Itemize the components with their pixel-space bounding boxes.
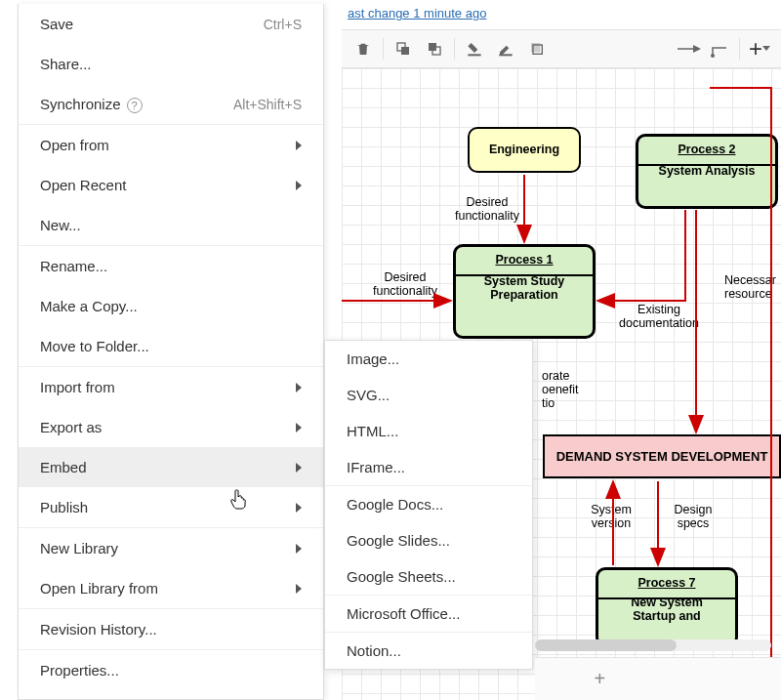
autosave-link[interactable]: ast change 1 minute ago <box>348 6 486 21</box>
embed-image[interactable]: Image... <box>325 341 532 377</box>
menu-revision[interactable]: Revision History... <box>19 609 323 649</box>
chevron-right-icon <box>296 181 302 190</box>
add-page-button[interactable]: + <box>576 662 623 696</box>
scroll-thumb[interactable] <box>535 639 677 651</box>
menu-shortcut: Alt+Shift+S <box>233 97 302 112</box>
node-body: New System Startup and <box>598 590 735 623</box>
menu-label: Export as <box>40 419 296 435</box>
page-tab-active[interactable] <box>545 665 576 694</box>
menu-new[interactable]: New... <box>19 205 323 245</box>
chevron-right-icon <box>296 544 302 554</box>
embed-gslides[interactable]: Google Slides... <box>325 522 532 558</box>
menu-label: New Library <box>40 540 296 556</box>
menu-copy[interactable]: Make a Copy... <box>19 286 323 326</box>
svg-marker-9 <box>693 45 701 53</box>
menu-label: Open from <box>40 137 296 153</box>
status-bar: ast change 1 minute ago <box>342 0 781 29</box>
chevron-right-icon <box>296 503 302 513</box>
node-label: Engineering <box>489 143 559 156</box>
node-process1[interactable]: Process 1 System Study Preparation <box>453 244 596 339</box>
node-body: System Analysis <box>638 156 775 178</box>
waypoints-icon[interactable] <box>704 33 735 64</box>
fill-color-icon[interactable] <box>459 33 490 64</box>
node-demand[interactable]: DEMAND SYSTEM DEVELOPMENT <box>543 434 781 478</box>
node-body: System Study Preparation <box>456 267 593 302</box>
menu-share[interactable]: Share... <box>19 44 323 84</box>
insert-icon[interactable]: + <box>744 33 775 64</box>
menu-open-from[interactable]: Open from <box>19 125 323 165</box>
svg-rect-4 <box>468 54 480 56</box>
edge-label: System version <box>582 503 640 530</box>
embed-iframe[interactable]: IFrame... <box>325 449 532 485</box>
embed-gdocs[interactable]: Google Docs... <box>325 486 532 522</box>
embed-svg[interactable]: SVG... <box>325 377 532 413</box>
horiz-scrollbar[interactable] <box>535 639 771 651</box>
embed-notion[interactable]: Notion... <box>325 633 532 669</box>
menu-label: Save <box>40 16 264 32</box>
edge-label: Desired functionality <box>443 195 531 223</box>
edge-label: orate oenefit tio <box>542 369 591 410</box>
menu-rename[interactable]: Rename... <box>19 246 323 286</box>
menu-export-as[interactable]: Export as <box>19 407 323 447</box>
svg-marker-11 <box>762 46 770 51</box>
embed-office[interactable]: Microsoft Office... <box>325 596 532 632</box>
menu-new-library[interactable]: New Library <box>19 528 323 568</box>
menu-label: Embed <box>40 459 296 475</box>
svg-rect-1 <box>401 47 409 55</box>
embed-gsheets[interactable]: Google Sheets... <box>325 558 532 595</box>
chevron-right-icon <box>296 463 302 473</box>
menu-label: Open Library from <box>40 580 296 597</box>
line-color-icon[interactable] <box>490 33 521 64</box>
chevron-right-icon <box>296 383 302 392</box>
node-engineering[interactable]: Engineering <box>468 127 581 173</box>
menu-open-library[interactable]: Open Library from <box>19 568 323 608</box>
file-menu: Save Ctrl+S Share... Synchronize? Alt+Sh… <box>18 4 324 700</box>
menu-label: Open Recent <box>40 177 296 193</box>
menu-open-recent[interactable]: Open Recent <box>19 165 323 205</box>
to-back-icon[interactable] <box>419 33 450 64</box>
embed-submenu: Image... SVG... HTML... IFrame... Google… <box>324 340 533 670</box>
menu-sync[interactable]: Synchronize? Alt+Shift+S <box>19 84 323 124</box>
node-header: Process 2 <box>638 137 775 156</box>
menu-label: Synchronize? <box>40 96 233 113</box>
menu-embed[interactable]: Embed <box>19 447 323 487</box>
connection-icon[interactable] <box>673 33 704 64</box>
menu-publish[interactable]: Publish <box>19 487 323 527</box>
edge-label: Desired functionality <box>361 270 449 298</box>
menu-properties[interactable]: Properties... <box>19 650 323 690</box>
delete-icon[interactable] <box>348 33 379 64</box>
edge-label: Design specs <box>664 503 722 530</box>
help-icon: ? <box>127 98 143 113</box>
page-tabs: + <box>535 657 781 700</box>
embed-html[interactable]: HTML... <box>325 413 532 449</box>
svg-point-10 <box>711 54 715 58</box>
edge-label: Necessar resource <box>724 273 781 301</box>
to-front-icon[interactable] <box>388 33 419 64</box>
menu-label: New... <box>40 217 302 233</box>
chevron-right-icon <box>296 584 302 594</box>
svg-rect-3 <box>429 43 436 51</box>
menu-label: Revision History... <box>40 621 302 638</box>
node-header: Process 1 <box>456 247 593 267</box>
menu-save[interactable]: Save Ctrl+S <box>19 4 323 44</box>
menu-label: Share... <box>40 56 302 72</box>
edge-label: Existing documentation <box>605 303 713 330</box>
svg-rect-5 <box>499 54 512 56</box>
node-process2[interactable]: Process 2 System Analysis <box>636 134 778 209</box>
toolbar: + <box>342 29 781 68</box>
menu-import-from[interactable]: Import from <box>19 367 323 407</box>
menu-label: Import from <box>40 379 296 395</box>
menu-label: Properties... <box>40 662 302 679</box>
menu-shortcut: Ctrl+S <box>264 17 302 32</box>
menu-label: Rename... <box>40 258 302 274</box>
shadow-icon[interactable] <box>521 33 553 64</box>
menu-label: Make a Copy... <box>40 298 302 314</box>
node-header: Process 7 <box>598 570 735 590</box>
menu-label: Publish <box>40 499 296 515</box>
chevron-right-icon <box>296 423 302 432</box>
menu-label: Move to Folder... <box>40 338 302 354</box>
node-label: DEMAND SYSTEM DEVELOPMENT <box>556 449 768 464</box>
chevron-right-icon <box>296 141 302 150</box>
menu-move[interactable]: Move to Folder... <box>19 326 323 366</box>
node-process7[interactable]: Process 7 New System Startup and <box>596 567 738 647</box>
